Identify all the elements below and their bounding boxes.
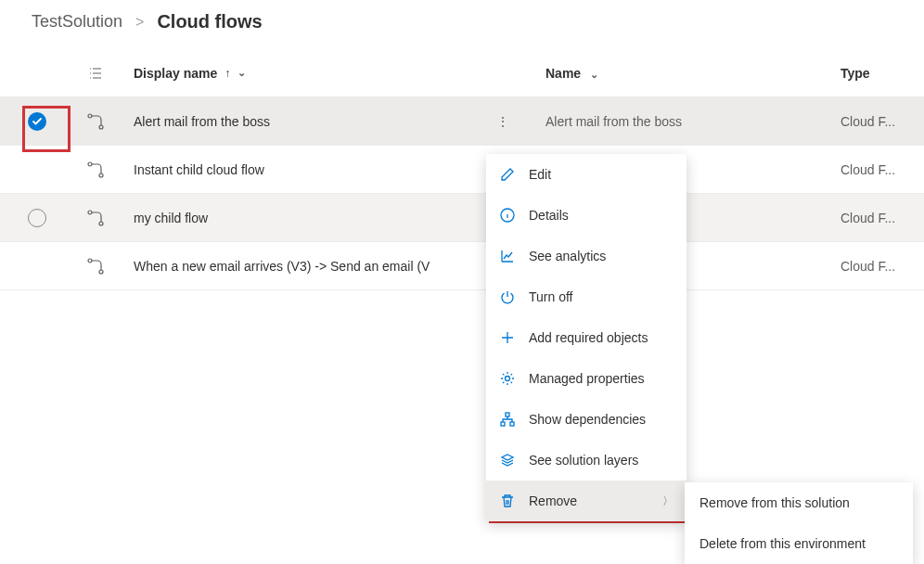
analytics-icon <box>499 248 516 264</box>
svg-point-5 <box>99 222 103 225</box>
layers-icon <box>499 452 516 468</box>
header-name-label: Name <box>545 66 581 81</box>
row-type: Cloud F... <box>841 114 924 129</box>
breadcrumb: TestSolution > Cloud flows <box>0 0 924 49</box>
row-more-menu-button[interactable]: ⋮ <box>496 114 509 129</box>
menu-remove-label: Remove <box>529 494 649 508</box>
menu-turnoff-label: Turn off <box>529 289 674 304</box>
cloud-flow-icon <box>74 210 117 226</box>
table-row[interactable]: When a new email arrives (V3) -> Send an… <box>0 242 924 290</box>
header-display-name[interactable]: Display name ↑ ⌄ <box>117 66 484 81</box>
breadcrumb-parent[interactable]: TestSolution <box>32 12 122 32</box>
menu-details[interactable]: Details <box>486 195 687 236</box>
trash-icon <box>499 493 516 509</box>
row-type: Cloud F... <box>841 211 924 225</box>
breadcrumb-current: Cloud flows <box>157 11 262 32</box>
submenu-delete-label: Delete from this environment <box>699 536 898 551</box>
remove-submenu: Remove from this solution Delete from th… <box>685 482 913 564</box>
row-checkbox[interactable] <box>28 209 46 227</box>
menu-solution-layers[interactable]: See solution layers <box>486 440 687 481</box>
menu-remove[interactable]: Remove 〉 <box>486 481 687 521</box>
row-context-menu: Edit Details See analytics Turn off Add … <box>486 154 687 521</box>
row-display-name[interactable]: Alert mail from the boss <box>134 114 270 129</box>
row-type: Cloud F... <box>841 162 924 177</box>
chevron-right-icon: > <box>135 14 144 31</box>
info-icon <box>499 207 516 224</box>
table-row[interactable]: Alert mail from the boss ⋮ Alert mail fr… <box>0 97 924 146</box>
menu-show-dependencies[interactable]: Show dependencies <box>486 399 687 440</box>
menu-showdep-label: Show dependencies <box>529 412 674 427</box>
plus-icon <box>499 329 516 346</box>
sort-asc-icon: ↑ <box>225 67 230 80</box>
menu-details-label: Details <box>529 208 674 223</box>
header-display-label: Display name <box>134 66 217 81</box>
svg-point-9 <box>506 377 510 381</box>
menu-managed-label: Managed properties <box>529 371 674 386</box>
menu-analytics-label: See analytics <box>529 249 674 263</box>
cloud-flow-icon <box>74 113 117 130</box>
chevron-down-icon[interactable]: ⌄ <box>590 69 598 80</box>
submenu-remove-label: Remove from this solution <box>699 495 898 510</box>
menu-layers-label: See solution layers <box>529 453 674 468</box>
row-name: Alert mail from the boss <box>521 114 841 129</box>
svg-point-1 <box>99 125 103 129</box>
row-type: Cloud F... <box>841 259 924 274</box>
row-display-name[interactable]: Instant child cloud flow <box>134 162 264 177</box>
header-name[interactable]: Name ⌄ <box>521 66 841 81</box>
svg-rect-12 <box>510 422 514 426</box>
menu-edit[interactable]: Edit <box>486 154 687 195</box>
table-row[interactable]: Instant child cloud flow Cloud F... <box>0 146 924 194</box>
flows-table: Display name ↑ ⌄ Name ⌄ Type Alert mail … <box>0 49 924 290</box>
chevron-down-icon[interactable]: ⌄ <box>237 67 246 79</box>
gear-icon <box>499 370 516 387</box>
table-row[interactable]: my child flow Cloud F... <box>0 194 924 242</box>
edit-icon <box>499 166 516 183</box>
svg-rect-10 <box>506 413 509 417</box>
menu-analytics[interactable]: See analytics <box>486 236 687 276</box>
row-display-name[interactable]: When a new email arrives (V3) -> Send an… <box>134 259 430 274</box>
menu-addreq-label: Add required objects <box>529 330 674 345</box>
submenu-remove-from-solution[interactable]: Remove from this solution <box>685 482 913 523</box>
svg-point-7 <box>99 270 103 274</box>
hierarchy-icon <box>499 411 516 428</box>
submenu-delete-from-environment[interactable]: Delete from this environment <box>685 523 913 564</box>
svg-point-3 <box>99 173 103 177</box>
menu-turn-off[interactable]: Turn off <box>486 276 687 317</box>
menu-add-required[interactable]: Add required objects <box>486 317 687 358</box>
cloud-flow-icon <box>74 161 117 178</box>
cloud-flow-icon <box>74 258 117 275</box>
row-display-name[interactable]: my child flow <box>134 211 208 225</box>
row-checkbox-checked[interactable] <box>28 112 46 131</box>
chevron-right-icon: 〉 <box>662 494 674 509</box>
header-type[interactable]: Type <box>841 66 924 81</box>
header-list-icon[interactable] <box>74 66 117 81</box>
power-icon <box>499 288 516 305</box>
menu-edit-label: Edit <box>529 167 674 182</box>
svg-rect-11 <box>501 422 505 426</box>
menu-managed-properties[interactable]: Managed properties <box>486 358 687 399</box>
table-header: Display name ↑ ⌄ Name ⌄ Type <box>0 49 924 97</box>
